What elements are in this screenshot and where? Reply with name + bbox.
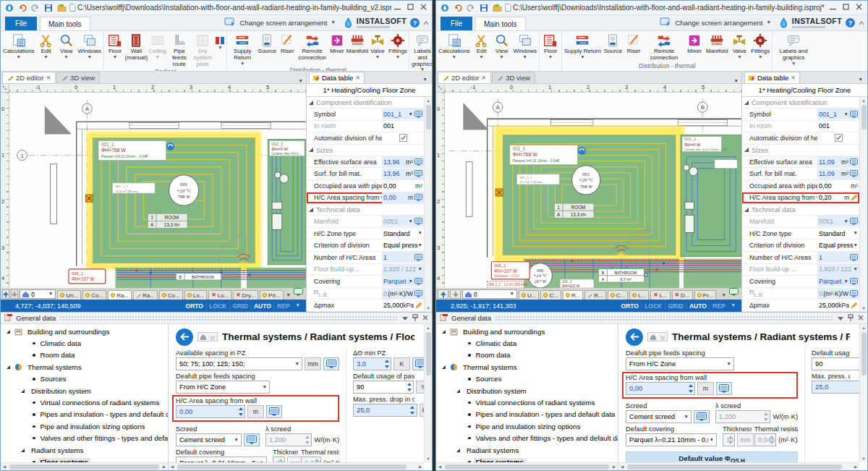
- layer-tab-2[interactable]: Ra...: [108, 290, 132, 300]
- tree-item-thermal[interactable]: Thermal systems: [1, 361, 168, 373]
- toggle-grid[interactable]: GRID: [668, 302, 683, 310]
- panel-menu-icon[interactable]: ▼: [423, 77, 430, 84]
- section-header[interactable]: Component identification: [307, 97, 424, 109]
- cad-canvas[interactable]: A 1 001_1 ΦH=768 W: [9, 93, 306, 288]
- checkbox-checked[interactable]: [399, 134, 407, 142]
- global-value-button[interactable]: [716, 382, 732, 395]
- layer-tab-3[interactable]: Ra...: [133, 290, 158, 300]
- toggle-grid[interactable]: GRID: [232, 302, 247, 310]
- tree-item[interactable]: Pipes and insulation - types and default…: [436, 409, 618, 420]
- tab-main-tools[interactable]: Main tools: [40, 17, 90, 30]
- unit-k-button[interactable]: K: [393, 357, 410, 370]
- pipe-feeds-spacing-select[interactable]: From H/C Zone▼: [176, 381, 270, 394]
- valve-button[interactable]: Valve▼: [367, 33, 388, 60]
- tree-item-thermal[interactable]: Thermal systems: [436, 361, 618, 373]
- close-icon[interactable]: [858, 314, 864, 322]
- global-value-button[interactable]: [323, 357, 339, 370]
- layer-monitor-icon[interactable]: [729, 288, 739, 299]
- manifold-button[interactable]: Manifold: [705, 33, 729, 56]
- tree-item[interactable]: Pipe and insulation sizing options: [1, 420, 168, 432]
- status-menu-icon[interactable]: ▼: [731, 303, 736, 308]
- edit-button[interactable]: Edit▼: [36, 33, 56, 60]
- scrollbar-horizontal[interactable]: ◀▶: [436, 462, 618, 470]
- tree-item[interactable]: Climatic data: [436, 337, 618, 349]
- tab-data-table[interactable]: Data table✕: [309, 72, 365, 83]
- redo-icon[interactable]: [466, 3, 476, 12]
- open-folder-icon[interactable]: [56, 3, 67, 12]
- riser-button[interactable]: Riser: [624, 33, 644, 56]
- scrollbar-vertical[interactable]: ▲▼: [424, 324, 432, 462]
- radiant-button[interactable]: Floor▼: [540, 33, 561, 60]
- floor-selector[interactable]: 0▼: [462, 289, 517, 299]
- panel-menu-icon[interactable]: ▼: [859, 77, 865, 84]
- back-button[interactable]: [626, 328, 643, 346]
- labels-graphics-button[interactable]: Labels and graphics▼: [410, 33, 432, 72]
- calculations-button[interactable]: Calculations▼: [1, 33, 36, 60]
- minimize-button[interactable]: [394, 4, 401, 12]
- plate-type-button[interactable]: ▼: [214, 33, 226, 51]
- layer-tab-6[interactable]: ✕Lo...: [208, 290, 231, 300]
- scrollbar-horizontal[interactable]: ◀▶: [618, 462, 859, 470]
- valve-button[interactable]: Valve▼: [729, 33, 749, 60]
- layer-tab-1[interactable]: C...: [540, 290, 561, 300]
- layer-tab-1[interactable]: Co...: [82, 290, 106, 300]
- toggle-orto[interactable]: ORTO: [621, 302, 639, 310]
- back-button[interactable]: [176, 328, 193, 346]
- view-button[interactable]: View▼: [492, 33, 512, 60]
- remote-connection-button[interactable]: Remote connection: [644, 33, 684, 62]
- minimize-button[interactable]: [830, 4, 836, 12]
- tree-item-building[interactable]: Building and surroundings: [1, 326, 168, 337]
- rotate-handle-icon[interactable]: [166, 143, 174, 150]
- scrollbar-horizontal[interactable]: ◀▶: [169, 462, 424, 470]
- available-spacing-select[interactable]: 50; 75; 100; 125; 150;▼: [176, 357, 302, 370]
- toggle-rep[interactable]: REP: [277, 302, 289, 310]
- layer-down-button[interactable]: [450, 289, 461, 299]
- toggle-auto[interactable]: AUTO: [254, 302, 271, 310]
- tab-2d-editor[interactable]: 2D editor✕: [2, 72, 56, 83]
- layer-tab-2[interactable]: R...: [563, 290, 583, 300]
- unit-m-button[interactable]: m: [697, 382, 714, 395]
- layer-tab-8[interactable]: Pri...: [260, 290, 283, 300]
- section-header[interactable]: Technical data: [307, 204, 424, 216]
- pipe-feeds-route-button[interactable]: Pipe feeds route: [168, 33, 191, 68]
- toggle-orto[interactable]: ORTO: [186, 302, 203, 310]
- tab-data-table[interactable]: Data table✕: [744, 72, 800, 83]
- wall-manual-button[interactable]: Wall (manual): [125, 33, 148, 62]
- tree-item-distribution[interactable]: Distribution system: [436, 385, 618, 396]
- tree-item-radiant[interactable]: Radiant systems: [1, 444, 168, 456]
- tab-file[interactable]: File: [5, 17, 37, 30]
- help-icon[interactable]: ?: [410, 18, 420, 27]
- tab-3d-view[interactable]: 3D view: [492, 72, 535, 83]
- layer-monitor-icon[interactable]: [294, 288, 303, 299]
- close-icon[interactable]: ✕: [482, 75, 487, 81]
- redo-icon[interactable]: [30, 3, 41, 12]
- scrollbar-horizontal[interactable]: ◀▶: [1, 462, 168, 470]
- panel-dropdown-icon[interactable]: [402, 314, 408, 322]
- fittings-button[interactable]: Fittings▼: [749, 33, 771, 60]
- global-value-button[interactable]: [266, 405, 282, 418]
- dtheta-input[interactable]: 3,0: [353, 357, 391, 370]
- scrollbar-vertical[interactable]: ▲▼: [859, 324, 867, 462]
- tab-list-icon[interactable]: ▼: [731, 79, 741, 84]
- tree-item[interactable]: Valves and other fittings - types and de…: [436, 433, 618, 444]
- tree-item[interactable]: Valves and other fittings - types and de…: [1, 433, 168, 444]
- remote-connection-button[interactable]: Remote connection: [297, 33, 327, 62]
- tab-file[interactable]: File: [441, 17, 472, 30]
- layer-tab-0[interactable]: Un...: [57, 290, 81, 300]
- view-button[interactable]: View▼: [56, 33, 77, 60]
- riser-button[interactable]: Riser: [277, 33, 297, 56]
- tree-item[interactable]: Pipe and insulation sizing options: [436, 420, 618, 432]
- scrollbar-vertical[interactable]: ▲▼: [424, 97, 432, 312]
- section-header[interactable]: Technical data: [742, 204, 859, 216]
- tree-item[interactable]: Virtual connections of radiant systems: [436, 396, 618, 408]
- form-mini-buttons[interactable]: [647, 332, 668, 341]
- source-button[interactable]: Source: [257, 33, 277, 56]
- close-icon[interactable]: ✕: [46, 75, 51, 81]
- tab-3d-view[interactable]: 3D view: [56, 72, 100, 83]
- usage-input[interactable]: 90: [353, 381, 414, 394]
- spacing-from-wall-input[interactable]: 0,00: [176, 405, 245, 418]
- layer-tab-5[interactable]: L...: [629, 290, 649, 300]
- tree-item[interactable]: Pipes and insulation - types and default…: [1, 409, 168, 420]
- close-icon[interactable]: ✕: [355, 75, 360, 81]
- labels-graphics-button[interactable]: Labels and graphics▼: [773, 33, 814, 67]
